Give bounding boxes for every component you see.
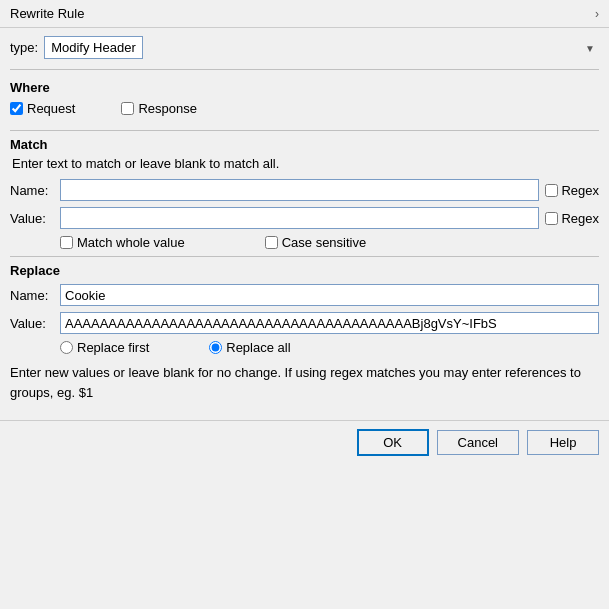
match-value-regex-checkbox[interactable] [545, 212, 558, 225]
match-hint: Enter text to match or leave blank to ma… [10, 156, 599, 171]
replace-first-group: Replace first [60, 340, 149, 355]
match-name-label: Name: [10, 183, 60, 198]
match-value-input[interactable] [60, 207, 539, 229]
replace-radio-row: Replace first Replace all [10, 340, 599, 355]
where-title: Where [10, 80, 599, 95]
dialog-title: Rewrite Rule [10, 6, 84, 21]
where-checkbox-row: Request Response [10, 101, 599, 116]
replace-value-row: Value: [10, 312, 599, 334]
match-title: Match [10, 137, 599, 152]
match-whole-group: Match whole value [60, 235, 185, 250]
replace-name-row: Name: [10, 284, 599, 306]
type-select[interactable]: Modify Header Modify URL Redirect Block [44, 36, 143, 59]
replace-value-label: Value: [10, 316, 60, 331]
match-name-regex-label: Regex [561, 183, 599, 198]
case-sensitive-label: Case sensitive [282, 235, 367, 250]
ok-button[interactable]: OK [357, 429, 429, 456]
help-button[interactable]: Help [527, 430, 599, 455]
replace-name-input[interactable] [60, 284, 599, 306]
case-sensitive-group: Case sensitive [265, 235, 367, 250]
title-arrow-icon: › [595, 7, 599, 21]
replace-all-label: Replace all [226, 340, 290, 355]
where-section: Where Request Response [10, 76, 599, 124]
dialog-body: type: Modify Header Modify URL Redirect … [0, 28, 609, 416]
case-sensitive-checkbox[interactable] [265, 236, 278, 249]
match-whole-checkbox[interactable] [60, 236, 73, 249]
type-row: type: Modify Header Modify URL Redirect … [10, 36, 599, 59]
replace-all-radio[interactable] [209, 341, 222, 354]
match-name-regex-group: Regex [545, 183, 599, 198]
button-row: OK Cancel Help [0, 420, 609, 462]
type-label: type: [10, 40, 38, 55]
response-label: Response [138, 101, 197, 116]
match-name-row: Name: Regex [10, 179, 599, 201]
title-bar: Rewrite Rule › [0, 0, 609, 28]
match-value-regex-label: Regex [561, 211, 599, 226]
response-checkbox-group: Response [121, 101, 197, 116]
match-name-regex-checkbox[interactable] [545, 184, 558, 197]
divider-3 [10, 256, 599, 257]
request-label: Request [27, 101, 75, 116]
chevron-down-icon: ▼ [585, 42, 595, 53]
match-value-regex-group: Regex [545, 211, 599, 226]
response-checkbox[interactable] [121, 102, 134, 115]
replace-first-label: Replace first [77, 340, 149, 355]
type-select-wrapper: Modify Header Modify URL Redirect Block … [44, 36, 599, 59]
request-checkbox-group: Request [10, 101, 75, 116]
replace-hint: Enter new values or leave blank for no c… [10, 363, 599, 402]
replace-name-label: Name: [10, 288, 60, 303]
replace-first-radio[interactable] [60, 341, 73, 354]
replace-value-input[interactable] [60, 312, 599, 334]
replace-section: Replace Name: Value: Replace first Repla… [10, 263, 599, 402]
match-value-row: Value: Regex [10, 207, 599, 229]
divider-1 [10, 69, 599, 70]
match-whole-label: Match whole value [77, 235, 185, 250]
request-checkbox[interactable] [10, 102, 23, 115]
cancel-button[interactable]: Cancel [437, 430, 519, 455]
match-value-label: Value: [10, 211, 60, 226]
replace-title: Replace [10, 263, 599, 278]
match-section: Match Enter text to match or leave blank… [10, 137, 599, 250]
replace-all-group: Replace all [209, 340, 290, 355]
match-options-row: Match whole value Case sensitive [10, 235, 599, 250]
divider-2 [10, 130, 599, 131]
match-name-input[interactable] [60, 179, 539, 201]
